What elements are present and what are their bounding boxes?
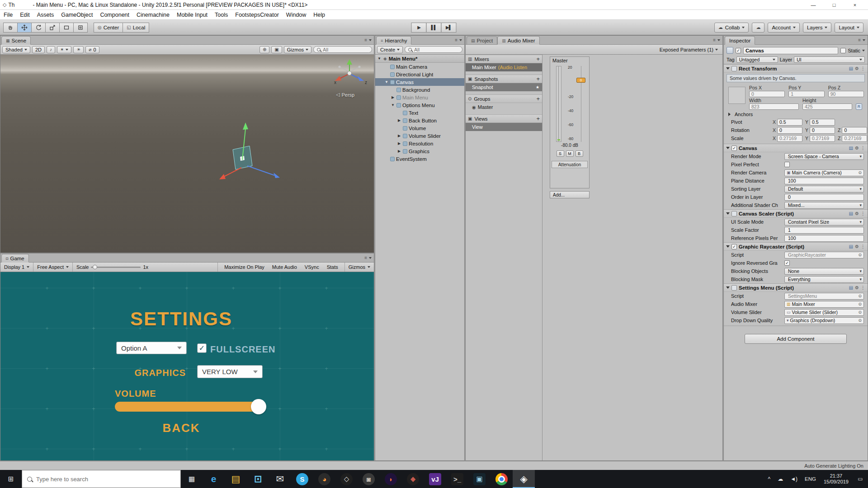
- pivot-local-button[interactable]: ◱Local: [123, 23, 149, 33]
- help-icon[interactable]: ▤: [849, 66, 853, 71]
- foldout-arrow[interactable]: ▼: [377, 56, 382, 61]
- blender-icon[interactable]: ◕: [313, 470, 335, 488]
- photos-app-icon[interactable]: ▣: [468, 470, 491, 488]
- property-field[interactable]: Default ▾: [784, 186, 864, 192]
- pivot-field[interactable]: 0.5: [810, 119, 835, 126]
- menu-item[interactable]: Tools: [211, 10, 231, 19]
- tab-inspector[interactable]: Inspector: [725, 36, 755, 45]
- scene-camera-button[interactable]: ▣: [271, 46, 282, 53]
- property-field[interactable]: GraphicRaycaster ⊙: [784, 252, 864, 258]
- position-field[interactable]: 0: [749, 91, 785, 97]
- scene-audio-toggle[interactable]: ♪: [47, 46, 55, 53]
- collab-dropdown[interactable]: ☁Collab: [714, 23, 749, 33]
- field-end-icon[interactable]: ▾: [859, 220, 862, 224]
- mute-button[interactable]: M: [566, 150, 574, 157]
- tab-scene[interactable]: ▦Scene: [1, 36, 31, 45]
- game-toggle-button[interactable]: VSync: [302, 264, 322, 270]
- cloud-button[interactable]: ☁: [752, 23, 764, 33]
- help-icon[interactable]: ▤: [849, 211, 853, 216]
- add-view-button[interactable]: +: [536, 115, 540, 122]
- maximize-button[interactable]: □: [824, 0, 844, 9]
- property-field[interactable]: ▥ Main Mixer ⊙: [784, 301, 864, 308]
- hierarchy-item[interactable]: ▶ Graphics: [375, 147, 464, 155]
- effects-dropdown[interactable]: ✶: [57, 46, 71, 53]
- menu-item[interactable]: Help: [310, 10, 329, 19]
- hierarchy-item[interactable]: ▶ Resolution: [375, 140, 464, 147]
- foldout-icon[interactable]: [726, 147, 730, 151]
- step-button[interactable]: ▶▌: [441, 23, 457, 33]
- rotation-field[interactable]: 0: [777, 127, 802, 134]
- layer-dropdown[interactable]: UI: [794, 56, 865, 63]
- foldout-arrow[interactable]: ▼: [391, 103, 395, 107]
- foldout-arrow[interactable]: ▶: [397, 134, 401, 138]
- scale-field[interactable]: 0.27169: [842, 135, 867, 142]
- skype-icon[interactable]: S: [291, 470, 313, 488]
- scale-slider[interactable]: [91, 267, 141, 268]
- mail-icon[interactable]: ✉: [269, 470, 291, 488]
- mixer-item-main-mixer[interactable]: Main Mixer(Audio Listen: [466, 63, 542, 71]
- menu-item[interactable]: Mobile Input: [173, 10, 211, 19]
- gear-icon[interactable]: ⚙: [855, 285, 859, 290]
- menu-dots-icon[interactable]: ⋮: [861, 211, 865, 216]
- menu-dots-icon[interactable]: ⋮: [861, 244, 865, 249]
- pane-menu-icon[interactable]: ≡: [455, 38, 458, 42]
- pane-dropdown-icon[interactable]: [863, 39, 865, 42]
- rect-tool-button[interactable]: [59, 23, 74, 33]
- rotation-field[interactable]: 0: [810, 127, 835, 134]
- scene-search-input[interactable]: All: [313, 46, 372, 53]
- property-checkbox[interactable]: [784, 162, 790, 167]
- hierarchy-search-input[interactable]: All: [405, 46, 462, 53]
- resolution-dropdown[interactable]: Option A: [116, 342, 187, 354]
- exposed-parameters-dropdown[interactable]: Exposed Parameters (1): [660, 47, 721, 52]
- field-end-icon[interactable]: ▾: [859, 277, 862, 282]
- property-field[interactable]: 1: [784, 227, 864, 234]
- help-icon[interactable]: ▤: [849, 145, 853, 150]
- mixers-section-header[interactable]: ▥Mixers+: [466, 55, 542, 63]
- rotate-tool-button[interactable]: [31, 23, 46, 33]
- move-tool-button[interactable]: [17, 23, 32, 33]
- bypass-button[interactable]: B: [576, 150, 583, 157]
- component-tools-button[interactable]: ⊕: [259, 46, 269, 53]
- foldout-icon[interactable]: [726, 286, 730, 291]
- edge-icon[interactable]: e: [203, 470, 225, 488]
- account-dropdown[interactable]: Account: [768, 23, 800, 33]
- foldout-arrow[interactable]: ▶: [397, 149, 401, 153]
- fullscreen-checkbox[interactable]: ✓: [197, 343, 207, 353]
- scale-field[interactable]: 0.27169: [810, 135, 835, 142]
- scene-viewport[interactable]: x z ◁Persp: [0, 55, 374, 253]
- start-button[interactable]: ⊞: [0, 470, 22, 488]
- group-item-master[interactable]: ◉Master: [466, 103, 542, 111]
- views-section-header[interactable]: ▣Views+: [466, 114, 542, 123]
- tab-hierarchy[interactable]: ≡Hierarchy: [376, 36, 411, 45]
- menu-item[interactable]: GameObject: [57, 10, 96, 19]
- pane-dropdown-icon[interactable]: [369, 39, 372, 42]
- property-field[interactable]: ▾ Graphics (Dropdown) ⊙: [784, 317, 864, 324]
- shading-mode-dropdown[interactable]: Shaded: [2, 46, 30, 53]
- axis-z-label[interactable]: z: [365, 80, 367, 85]
- menu-item[interactable]: Cinemachine: [133, 10, 173, 19]
- perspective-toggle[interactable]: ◁Persp: [336, 92, 354, 98]
- file-explorer-icon[interactable]: ▤: [225, 470, 247, 488]
- position-field[interactable]: 1: [788, 91, 824, 97]
- field-end-icon[interactable]: ⊙: [858, 318, 862, 323]
- tag-dropdown[interactable]: Untagged: [736, 56, 778, 63]
- property-field[interactable]: SettingsMenu ⊙: [784, 293, 864, 300]
- tab-audio-mixer[interactable]: ▥Audio Mixer: [497, 36, 539, 45]
- 2d-toggle[interactable]: 2D: [32, 46, 45, 53]
- game-gizmos-dropdown[interactable]: Gizmos: [345, 263, 374, 272]
- field-end-icon[interactable]: ⊙: [858, 310, 862, 314]
- gear-icon[interactable]: ⚙: [855, 211, 859, 216]
- canvas-component-header[interactable]: ✓ Canvas ▤⚙⋮: [724, 144, 868, 152]
- hierarchy-item[interactable]: Volume: [375, 124, 464, 132]
- canvas-scaler-header[interactable]: Canvas Scaler (Script) ▤⚙⋮: [724, 209, 868, 218]
- foldout-icon[interactable]: [726, 67, 730, 71]
- gameobject-name-field[interactable]: Canvas: [743, 47, 838, 54]
- hierarchy-item[interactable]: ▶ Volume Slider: [375, 132, 464, 140]
- hierarchy-item[interactable]: ▶ Main Menu: [375, 94, 464, 101]
- view-item[interactable]: View: [466, 123, 542, 131]
- help-icon[interactable]: ▤: [849, 285, 853, 290]
- purple-app-icon[interactable]: vJ: [424, 470, 446, 488]
- field-end-icon[interactable]: ⊙: [858, 253, 862, 257]
- field-end-icon[interactable]: ⊙: [858, 170, 862, 175]
- unity-editor-icon[interactable]: ◈: [513, 470, 535, 488]
